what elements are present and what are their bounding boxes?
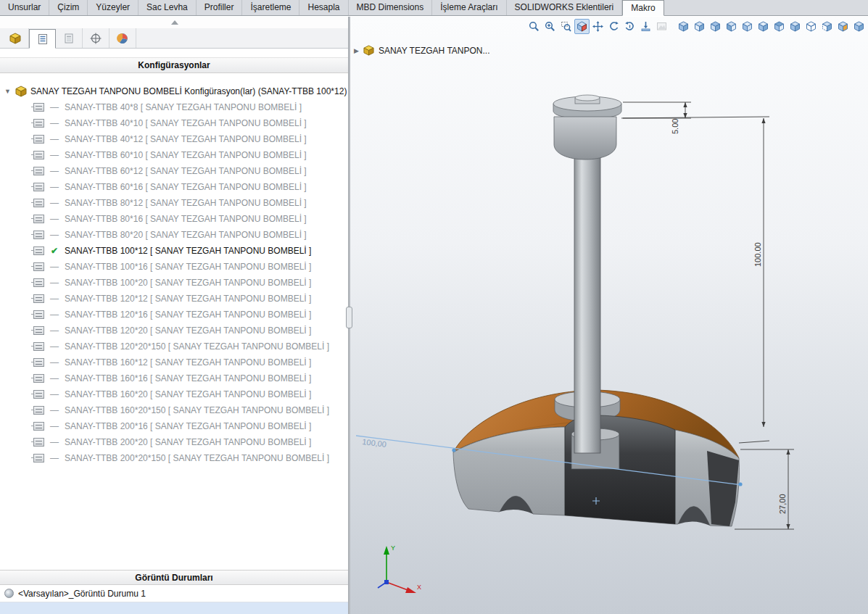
inactive-mark: — bbox=[47, 214, 62, 224]
view-top-icon[interactable] bbox=[756, 19, 771, 34]
view-right-icon[interactable] bbox=[740, 19, 755, 34]
inactive-mark: — bbox=[47, 166, 62, 176]
display-state-icon bbox=[4, 589, 14, 598]
roll-view-icon[interactable] bbox=[622, 19, 637, 34]
configuration-item[interactable]: — ✔ SANAY-TTBB 80*16 [ SANAY TEZGAH TANP… bbox=[0, 211, 348, 227]
configuration-item[interactable]: — ✔ SANAY-TTBB 200*20 [ SANAY TEZGAH TAN… bbox=[0, 434, 348, 450]
ribbon-tab[interactable]: İşaretleme bbox=[242, 0, 299, 15]
ribbon-tab[interactable]: Çizim bbox=[49, 0, 88, 15]
zoom-to-area-icon[interactable] bbox=[558, 19, 574, 34]
view-orientation-icon[interactable] bbox=[676, 19, 691, 34]
normal-to-icon[interactable] bbox=[638, 19, 653, 34]
display-style-icon[interactable] bbox=[803, 19, 819, 34]
configuration-item[interactable]: — ✔ SANAY-TTBB 120*16 [ SANAY TEZGAH TAN… bbox=[0, 307, 348, 323]
zoom-to-fit-icon[interactable] bbox=[526, 19, 542, 34]
panel-collapse-strip[interactable] bbox=[0, 17, 348, 28]
ribbon-tab-label: Çizim bbox=[57, 2, 79, 12]
configuration-item[interactable]: — ✔ SANAY-TTBB 120*20 [ SANAY TEZGAH TAN… bbox=[0, 323, 348, 339]
configuration-item[interactable]: — ✔ SANAY-TTBB 80*12 [ SANAY TEZGAH TANP… bbox=[0, 195, 348, 211]
configuration-item[interactable]: — ✔ SANAY-TTBB 40*10 [ SANAY TEZGAH TANP… bbox=[0, 115, 348, 131]
configuration-label: SANAY-TTBB 200*20*150 [ SANAY TEZGAH TAN… bbox=[65, 453, 329, 463]
hide-show-items-icon[interactable] bbox=[819, 19, 835, 34]
inactive-mark: — bbox=[47, 389, 62, 399]
configuration-icon bbox=[33, 199, 44, 207]
inactive-mark: — bbox=[47, 405, 62, 415]
configuration-label: SANAY-TTBB 120*12 [ SANAY TEZGAH TANPONU… bbox=[65, 294, 311, 304]
ribbon-tab[interactable]: Hesapla bbox=[299, 0, 348, 15]
display-states-header: Görüntü Durumları bbox=[0, 570, 348, 585]
rotate-view-icon[interactable] bbox=[606, 19, 621, 34]
tab-displaymanager[interactable] bbox=[109, 28, 136, 48]
configuration-root-item[interactable]: ▼ SANAY TEZGAH TANPONU BOMBELİ Konfigüra… bbox=[0, 83, 348, 99]
edit-appearance-icon[interactable] bbox=[835, 19, 851, 34]
configuration-item[interactable]: — ✔ SANAY-TTBB 160*20 [ SANAY TEZGAH TAN… bbox=[0, 386, 348, 402]
view-settings-icon[interactable] bbox=[851, 19, 867, 34]
dimension-total-height-label[interactable]: 100.00 bbox=[753, 242, 762, 267]
configuration-label: SANAY-TTBB 80*12 [ SANAY TEZGAH TANPONU … bbox=[65, 198, 307, 208]
configuration-item[interactable]: — ✔ SANAY-TTBB 160*12 [ SANAY TEZGAH TAN… bbox=[0, 354, 348, 370]
configuration-item[interactable]: — ✔ SANAY-TTBB 100*12 [ SANAY TEZGAH TAN… bbox=[0, 243, 348, 259]
dimension-washer-thickness-label[interactable]: 5.00 bbox=[671, 119, 679, 134]
ribbon-tab[interactable]: İşleme Araçları bbox=[432, 0, 506, 15]
dimension-base-height-label[interactable]: 27,00 bbox=[778, 494, 787, 514]
configuration-icon bbox=[33, 103, 44, 112]
inactive-mark: — bbox=[47, 102, 62, 112]
view-back-icon[interactable] bbox=[708, 19, 723, 34]
configuration-item[interactable]: — ✔ SANAY-TTBB 120*20*150 [ SANAY TEZGAH… bbox=[0, 339, 348, 354]
ribbon-tab[interactable]: Profiller bbox=[197, 0, 243, 15]
configuration-item[interactable]: — ✔ SANAY-TTBB 40*12 [ SANAY TEZGAH TANP… bbox=[0, 131, 348, 147]
breadcrumb-arrow-icon[interactable]: ▶ bbox=[354, 47, 359, 54]
tab-propertymanager[interactable] bbox=[56, 28, 83, 48]
ribbon-tab-label: SOLIDWORKS Eklentileri bbox=[515, 2, 614, 12]
ribbon-tab[interactable]: Sac Levha bbox=[139, 0, 197, 15]
ribbon-tab[interactable]: Unsurlar bbox=[0, 0, 49, 15]
apply-scene-icon[interactable] bbox=[654, 19, 669, 34]
display-state-item[interactable]: <Varsayılan>_Görüntü Durumu 1 bbox=[0, 585, 348, 602]
configuration-item[interactable]: — ✔ SANAY-TTBB 60*12 [ SANAY TEZGAH TANP… bbox=[0, 163, 348, 179]
tab-configurationmanager[interactable] bbox=[29, 29, 56, 49]
configuration-icon bbox=[33, 246, 44, 255]
configuration-icon bbox=[33, 374, 44, 383]
expander-icon[interactable]: ▼ bbox=[4, 88, 12, 95]
configuration-item[interactable]: — ✔ SANAY-TTBB 40*8 [ SANAY TEZGAH TANPO… bbox=[0, 99, 348, 115]
view-left-icon[interactable] bbox=[724, 19, 739, 34]
orientation-triad: Y X bbox=[366, 537, 424, 595]
configuration-icon bbox=[33, 119, 44, 128]
inactive-mark: — bbox=[47, 198, 62, 208]
configuration-item[interactable]: — ✔ SANAY-TTBB 200*16 [ SANAY TEZGAH TAN… bbox=[0, 418, 348, 434]
tab-featuremanager[interactable] bbox=[2, 28, 29, 48]
configuration-label: SANAY-TTBB 100*16 [ SANAY TEZGAH TANPONU… bbox=[65, 262, 311, 272]
configuration-item[interactable]: — ✔ SANAY-TTBB 160*16 [ SANAY TEZGAH TAN… bbox=[0, 370, 348, 386]
view-isometric-icon[interactable] bbox=[788, 19, 803, 34]
dimxpert-target-icon bbox=[90, 33, 102, 44]
ribbon-tab[interactable]: Yüzeyler bbox=[88, 0, 139, 15]
section-view-icon[interactable] bbox=[574, 19, 590, 34]
model-3d-view[interactable]: 5.00 100.00 27,00 100,00 bbox=[350, 17, 868, 614]
tab-dimxpertmanager[interactable] bbox=[83, 28, 109, 48]
configuration-item[interactable]: — ✔ SANAY-TTBB 100*16 [ SANAY TEZGAH TAN… bbox=[0, 259, 348, 275]
configuration-item[interactable]: — ✔ SANAY-TTBB 60*16 [ SANAY TEZGAH TANP… bbox=[0, 179, 348, 195]
zoom-in-icon[interactable] bbox=[542, 19, 558, 34]
feature-breadcrumb[interactable]: ▶ SANAY TEZGAH TANPON... bbox=[354, 45, 490, 56]
inactive-mark: — bbox=[47, 134, 62, 144]
configuration-item[interactable]: — ✔ SANAY-TTBB 80*20 [ SANAY TEZGAH TANP… bbox=[0, 227, 348, 243]
splitter-grip[interactable] bbox=[346, 307, 352, 328]
graphics-viewport[interactable]: ▶ SANAY TEZGAH TANPON... bbox=[350, 17, 868, 614]
pan-icon[interactable] bbox=[590, 19, 605, 34]
ribbon-tab[interactable]: MBD Dimensions bbox=[349, 0, 433, 15]
configuration-label: SANAY-TTBB 160*20 [ SANAY TEZGAH TANPONU… bbox=[65, 389, 311, 399]
configuration-item[interactable]: — ✔ SANAY-TTBB 200*20*150 [ SANAY TEZGAH… bbox=[0, 450, 348, 466]
configuration-label: SANAY-TTBB 200*16 [ SANAY TEZGAH TANPONU… bbox=[65, 421, 311, 431]
configuration-item[interactable]: — ✔ SANAY-TTBB 100*20 [ SANAY TEZGAH TAN… bbox=[0, 275, 348, 291]
view-front-icon[interactable] bbox=[692, 19, 707, 34]
view-bottom-icon[interactable] bbox=[772, 19, 787, 34]
configuration-icon bbox=[33, 167, 44, 175]
configuration-icon bbox=[33, 422, 44, 431]
configuration-item[interactable]: — ✔ SANAY-TTBB 120*12 [ SANAY TEZGAH TAN… bbox=[0, 291, 348, 307]
configuration-icon bbox=[33, 215, 44, 223]
ribbon-tab[interactable]: Makro bbox=[622, 0, 664, 16]
configuration-item[interactable]: — ✔ SANAY-TTBB 60*10 [ SANAY TEZGAH TANP… bbox=[0, 147, 348, 163]
inactive-mark: — bbox=[47, 262, 62, 272]
configuration-item[interactable]: — ✔ SANAY-TTBB 160*20*150 [ SANAY TEZGAH… bbox=[0, 402, 348, 418]
ribbon-tab[interactable]: SOLIDWORKS Eklentileri bbox=[507, 0, 623, 15]
